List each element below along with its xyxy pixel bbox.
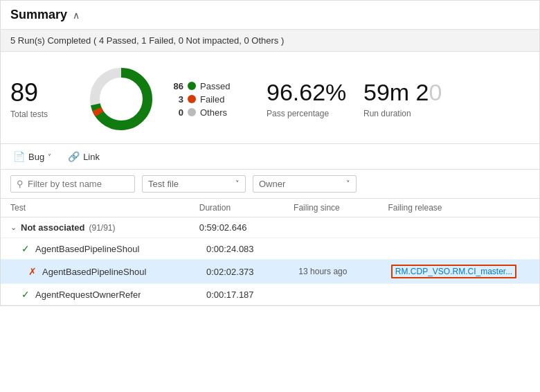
col-failing-release: Failing release <box>388 203 530 213</box>
test-name: AgentBasedPipelineShoul <box>42 267 146 277</box>
run-duration-value: 59m 20 <box>363 80 442 105</box>
link-button[interactable]: 🔗 Link <box>65 150 102 163</box>
svg-point-3 <box>102 80 141 118</box>
test-duration: 0:02:02.373 <box>206 267 298 277</box>
donut-svg <box>87 64 156 134</box>
passed-count: 86 <box>170 81 183 91</box>
collapse-chevron-icon[interactable]: ∧ <box>73 10 80 21</box>
test-duration: 0:00:17.187 <box>206 289 298 300</box>
legend-item-others: 0 Others <box>170 107 246 118</box>
legend-item-passed: 86 Passed <box>170 81 246 91</box>
col-test: Test <box>10 203 199 213</box>
page-container: Summary ∧ 5 Run(s) Completed ( 4 Passed,… <box>0 0 540 306</box>
chart-legend: 86 Passed 3 Failed 0 Others <box>170 81 246 118</box>
group-collapse-icon[interactable]: ⌄ <box>10 223 17 232</box>
group-duration: 0:59:02.646 <box>199 222 294 233</box>
total-tests-block: 89 Total tests <box>10 79 73 119</box>
release-bordered-box: RM.CDP_VSO.RM.CI_master... <box>391 265 516 278</box>
table-row: ✓ AgentBasedPipelineShoul 0:00:24.083 <box>1 238 539 260</box>
bug-icon: 📄 <box>13 151 25 162</box>
summary-banner: 5 Run(s) Completed ( 4 Passed, 1 Failed,… <box>1 30 539 52</box>
others-count: 0 <box>170 107 183 118</box>
failing-since-value: 13 hours ago <box>298 267 390 276</box>
failed-label: Failed <box>200 94 224 105</box>
bug-label: Bug <box>28 152 44 162</box>
table-header-row: Test Duration Failing since Failing rele… <box>1 199 539 217</box>
pass-percentage-label: Pass percentage <box>267 109 329 118</box>
others-label: Others <box>200 107 227 118</box>
col-failing-since: Failing since <box>294 203 388 213</box>
test-table: Test Duration Failing since Failing rele… <box>1 199 539 305</box>
col-duration: Duration <box>199 203 294 213</box>
fail-x-icon: ✗ <box>28 266 37 277</box>
filters-row: ⚲ Test file ˅ Owner ˅ <box>1 170 539 199</box>
pass-checkmark-icon: ✓ <box>21 289 30 300</box>
bug-button[interactable]: 📄 Bug ˅ <box>10 150 54 163</box>
others-dot <box>188 108 196 116</box>
page-title: Summary <box>10 8 67 22</box>
test-file-arrow-icon: ˅ <box>235 179 240 188</box>
test-duration: 0:00:24.083 <box>206 244 298 254</box>
pass-percentage-value: 96.62% <box>267 80 346 105</box>
link-label: Link <box>83 152 100 162</box>
failing-release-link[interactable]: RM.CDP_VSO.RM.CI_master... <box>395 267 512 276</box>
group-row: ⌄ Not associated (91/91) 0:59:02.646 <box>1 217 539 238</box>
owner-arrow-icon: ˅ <box>346 179 350 188</box>
failed-dot <box>188 95 196 103</box>
group-name: Not associated <box>21 222 84 233</box>
filter-icon: ⚲ <box>17 179 24 189</box>
passed-label: Passed <box>200 81 230 91</box>
failed-count: 3 <box>170 94 183 105</box>
table-row: ✓ ✗ AgentBasedPipelineShoul 0:02:02.373 … <box>1 260 539 284</box>
passed-dot <box>188 82 196 90</box>
pass-checkmark-icon: ✓ <box>21 243 30 254</box>
link-icon: 🔗 <box>68 151 80 162</box>
pass-percentage-block: 96.62% Pass percentage <box>267 80 363 118</box>
test-name: AgentRequestOwnerRefer <box>35 289 141 300</box>
search-input[interactable] <box>28 179 118 189</box>
table-row: ✓ AgentRequestOwnerRefer 0:00:17.187 <box>1 284 539 305</box>
donut-chart <box>87 64 156 134</box>
stats-row: 89 Total tests 86 <box>1 52 539 144</box>
actions-row: 📄 Bug ˅ 🔗 Link <box>1 144 539 170</box>
search-input-wrap[interactable]: ⚲ <box>10 175 135 193</box>
run-duration-block: 59m 20 Run duration <box>363 80 442 118</box>
group-count: (91/91) <box>89 223 115 233</box>
test-name: AgentBasedPipelineShoul <box>35 244 139 254</box>
legend-item-failed: 3 Failed <box>170 94 246 105</box>
run-duration-label: Run duration <box>363 109 411 118</box>
owner-label: Owner <box>259 179 285 189</box>
total-tests-label: Total tests <box>10 109 48 119</box>
header: Summary ∧ <box>1 1 539 30</box>
owner-dropdown[interactable]: Owner ˅ <box>253 175 357 193</box>
failing-release-cell: RM.CDP_VSO.RM.CI_master... <box>391 265 530 278</box>
test-file-dropdown[interactable]: Test file ˅ <box>142 175 246 193</box>
total-tests-count: 89 <box>10 79 38 107</box>
test-file-label: Test file <box>148 179 179 189</box>
banner-text: 5 Run(s) Completed ( 4 Passed, 1 Failed,… <box>10 35 284 46</box>
bug-dropdown-arrow-icon: ˅ <box>48 153 51 161</box>
